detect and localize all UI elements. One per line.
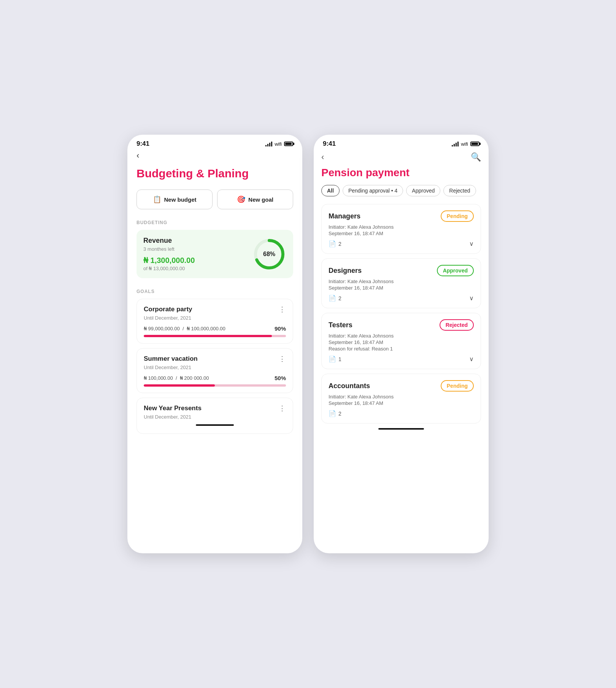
payment-header-accountants: Accountants Pending xyxy=(329,380,474,392)
revenue-subtitle: 3 monthes left xyxy=(143,246,195,252)
goal-item-newyear: New Year Presents ⋮ Until December, 2021 xyxy=(137,398,293,434)
doc-count-managers: 📄 2 xyxy=(329,240,341,247)
new-budget-button[interactable]: 📋 New budget xyxy=(137,190,213,209)
back-button-right[interactable]: ‹ xyxy=(321,152,324,162)
payment-header-testers: Testers Rejected xyxy=(329,319,474,331)
filter-tab-pending[interactable]: Pending approval • 4 xyxy=(343,185,403,196)
battery-icon-right xyxy=(470,142,479,146)
payment-reason-testers: Reason for refusal: Reason 1 xyxy=(329,346,474,352)
goal-item-corporate: Corporate party ⋮ Until December, 2021 ₦… xyxy=(137,299,293,344)
status-badge-designers: Approved xyxy=(437,265,474,276)
goal-percent-2: 50% xyxy=(275,375,286,381)
search-icon[interactable]: 🔍 xyxy=(471,152,481,162)
doc-count-num-testers: 1 xyxy=(338,356,341,362)
filter-tab-rejected[interactable]: Rejected xyxy=(443,185,476,196)
status-bar-left: 9:41 wifi xyxy=(127,135,302,151)
bottom-home-indicator-left xyxy=(196,424,234,426)
chevron-designers[interactable]: ∨ xyxy=(469,295,474,302)
goal-header-3: New Year Presents ⋮ xyxy=(144,404,286,412)
doc-icon-managers: 📄 xyxy=(329,240,336,247)
battery-icon xyxy=(284,142,293,146)
goal-name-2: Summer vacation xyxy=(144,355,198,363)
signal-icon-right xyxy=(452,141,459,147)
doc-count-testers: 📄 1 xyxy=(329,355,341,363)
time-right: 9:41 xyxy=(323,140,336,148)
payment-card-managers: Managers Pending Initiator: Kate Alexa J… xyxy=(321,204,481,254)
doc-icon-designers: 📄 xyxy=(329,295,336,302)
payment-footer-accountants: 📄 2 xyxy=(329,410,474,417)
filter-tabs: All Pending approval • 4 Approved Reject… xyxy=(321,185,481,196)
payment-date-accountants: September 16, 18:47 AM xyxy=(329,400,474,406)
doc-count-designers: 📄 2 xyxy=(329,295,341,302)
doc-count-accountants: 📄 2 xyxy=(329,410,341,417)
revenue-amount: ₦ 1,300,000.00 xyxy=(143,256,195,265)
goal-menu-2[interactable]: ⋮ xyxy=(279,355,286,363)
payment-header-designers: Designers Approved xyxy=(329,265,474,276)
chevron-managers[interactable]: ∨ xyxy=(469,240,474,247)
phone-right: 9:41 wifi ‹ 🔍 Pension pa xyxy=(314,135,489,553)
payment-card-accountants: Accountants Pending Initiator: Kate Alex… xyxy=(321,374,481,424)
new-budget-label: New budget xyxy=(164,196,197,203)
doc-count-num-managers: 2 xyxy=(338,241,341,247)
wifi-icon: wifi xyxy=(275,141,282,147)
goal-amounts-text-2: ₦ 100,000.00 / ₦ 200 000.00 xyxy=(144,375,209,381)
back-button-left[interactable]: ‹ xyxy=(137,151,139,161)
payment-date-testers: September 16, 18:47 AM xyxy=(329,339,474,345)
right-phone-content: ‹ 🔍 Pension payment All Pending approval… xyxy=(314,151,489,441)
progress-bar-fill-2 xyxy=(144,384,215,387)
scroll-indicator-right xyxy=(378,428,424,430)
left-phone-content: ‹ Budgeting & Planing 📋 New budget 🎯 New… xyxy=(127,151,302,445)
goal-amounts-1: ₦ 99,000,000.00 / ₦ 100,000,000.00 90% xyxy=(144,325,286,332)
revenue-card: Revenue 3 monthes left ₦ 1,300,000.00 of… xyxy=(137,230,293,278)
status-icons-left: wifi xyxy=(265,141,293,147)
goal-item-summer: Summer vacation ⋮ Until December, 2021 ₦… xyxy=(137,348,293,393)
revenue-donut-chart: 68% xyxy=(252,237,286,271)
payment-dept-testers: Testers xyxy=(329,321,352,329)
doc-icon-testers: 📄 xyxy=(329,355,336,363)
page-title-right: Pension payment xyxy=(321,167,481,179)
phones-container: 9:41 wifi ‹ Budgeting & Planing xyxy=(127,135,489,553)
donut-percent-label: 68% xyxy=(263,251,275,258)
time-left: 9:41 xyxy=(137,140,149,148)
goals-section-label: GOALS xyxy=(137,289,293,294)
goal-until-1: Until December, 2021 xyxy=(144,315,286,321)
new-budget-icon: 📋 xyxy=(153,195,161,204)
filter-tab-approved[interactable]: Approved xyxy=(406,185,440,196)
payment-footer-testers: 📄 1 ∨ xyxy=(329,355,474,363)
doc-count-num-designers: 2 xyxy=(338,295,341,301)
revenue-info: Revenue 3 monthes left ₦ 1,300,000.00 of… xyxy=(143,237,195,271)
goal-percent-1: 90% xyxy=(275,325,286,332)
progress-bar-bg-2 xyxy=(144,384,286,387)
payment-initiator-managers: Initiator: Kate Alexa Johnsons xyxy=(329,224,474,230)
chevron-testers[interactable]: ∨ xyxy=(469,355,474,363)
payment-footer-designers: 📄 2 ∨ xyxy=(329,295,474,302)
new-goal-button[interactable]: 🎯 New goal xyxy=(217,190,293,209)
status-badge-managers: Pending xyxy=(441,210,474,222)
goals-list: Corporate party ⋮ Until December, 2021 ₦… xyxy=(137,299,293,434)
revenue-title: Revenue xyxy=(143,237,195,245)
status-badge-accountants: Pending xyxy=(441,380,474,392)
payment-dept-managers: Managers xyxy=(329,212,360,220)
payment-date-managers: September 16, 18:47 AM xyxy=(329,231,474,236)
filter-tab-all[interactable]: All xyxy=(321,185,340,196)
revenue-of: of ₦ 13,000,000.00 xyxy=(143,266,195,271)
goal-until-2: Until December, 2021 xyxy=(144,365,286,370)
page-title-left: Budgeting & Planing xyxy=(137,167,293,180)
progress-bar-fill-1 xyxy=(144,335,272,337)
payment-footer-managers: 📄 2 ∨ xyxy=(329,240,474,247)
goal-menu-1[interactable]: ⋮ xyxy=(279,305,286,314)
goal-header-1: Corporate party ⋮ xyxy=(144,305,286,314)
doc-count-num-accountants: 2 xyxy=(338,411,341,417)
nav-row-right: ‹ 🔍 xyxy=(321,151,481,167)
payment-initiator-designers: Initiator: Kate Alexa Johnsons xyxy=(329,279,474,284)
doc-icon-accountants: 📄 xyxy=(329,410,336,417)
goal-name-3: New Year Presents xyxy=(144,405,202,412)
new-goal-label: New goal xyxy=(248,196,273,203)
goal-until-3: Until December, 2021 xyxy=(144,414,286,420)
goal-menu-3[interactable]: ⋮ xyxy=(279,404,286,412)
payment-list: Managers Pending Initiator: Kate Alexa J… xyxy=(321,204,481,424)
payment-initiator-testers: Initiator: Kate Alexa Johnsons xyxy=(329,333,474,339)
status-badge-testers: Rejected xyxy=(440,319,474,331)
phone-left: 9:41 wifi ‹ Budgeting & Planing xyxy=(127,135,302,553)
status-icons-right: wifi xyxy=(452,141,479,147)
